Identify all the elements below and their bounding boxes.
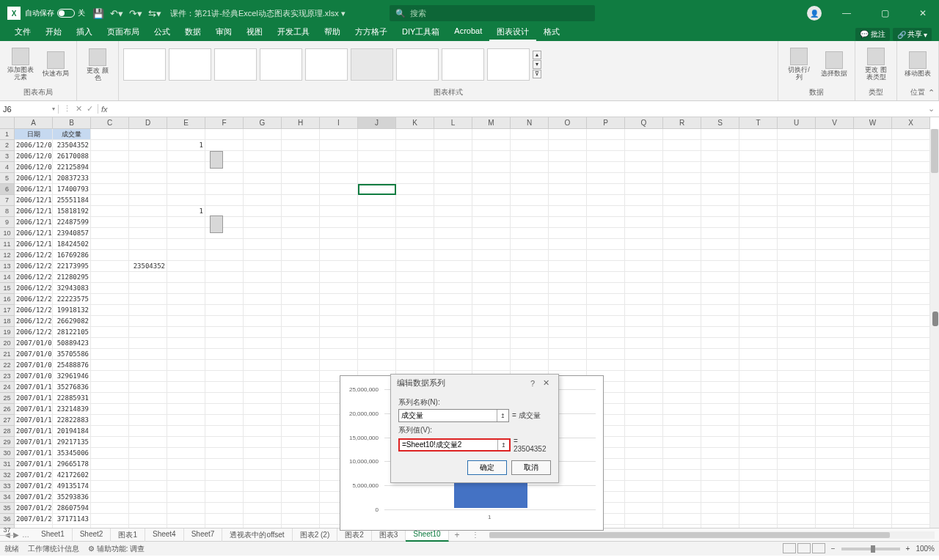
cell[interactable] xyxy=(396,217,434,228)
cell[interactable] xyxy=(739,140,778,151)
cell[interactable] xyxy=(282,162,320,173)
cell[interactable] xyxy=(587,184,625,195)
cell[interactable] xyxy=(129,327,167,338)
cell[interactable] xyxy=(320,151,358,162)
cell[interactable] xyxy=(320,162,358,173)
cell[interactable] xyxy=(625,228,663,239)
cell[interactable] xyxy=(205,173,244,184)
cell[interactable]: 22173995 xyxy=(53,261,91,272)
move-chart-button[interactable]: 移动图表 xyxy=(902,50,934,79)
cell[interactable] xyxy=(549,206,587,217)
cell[interactable] xyxy=(282,338,320,349)
cell[interactable] xyxy=(625,393,663,404)
cell[interactable] xyxy=(816,415,854,426)
cell[interactable]: 29665178 xyxy=(53,459,91,470)
cell[interactable] xyxy=(778,239,816,250)
cell[interactable] xyxy=(701,151,739,162)
cell[interactable] xyxy=(854,481,892,492)
cell[interactable] xyxy=(549,151,587,162)
cell[interactable] xyxy=(129,437,167,448)
cell[interactable] xyxy=(129,371,167,382)
cell[interactable] xyxy=(511,184,549,195)
cell[interactable] xyxy=(892,360,930,371)
cell[interactable] xyxy=(511,327,549,338)
cell[interactable] xyxy=(91,129,129,140)
cell[interactable] xyxy=(854,503,892,514)
cell[interactable] xyxy=(701,382,739,393)
cell[interactable] xyxy=(91,184,129,195)
cell[interactable] xyxy=(129,228,167,239)
cell[interactable] xyxy=(244,459,282,470)
cell[interactable] xyxy=(244,492,282,503)
cell[interactable] xyxy=(129,514,167,525)
cell[interactable] xyxy=(739,239,778,250)
cell[interactable] xyxy=(282,173,320,184)
sheet-tab[interactable]: 透视表中的offset xyxy=(222,528,292,542)
cell[interactable] xyxy=(358,239,396,250)
cell[interactable] xyxy=(129,173,167,184)
cell[interactable] xyxy=(663,360,701,371)
cell[interactable] xyxy=(701,481,739,492)
cell[interactable] xyxy=(244,261,282,272)
cell[interactable] xyxy=(396,338,434,349)
cell[interactable] xyxy=(205,514,244,525)
cell[interactable] xyxy=(739,503,778,514)
range-picker-icon[interactable]: ↥ xyxy=(497,440,509,450)
cell[interactable] xyxy=(701,239,739,250)
chart-styles-gallery[interactable] xyxy=(123,48,530,81)
cell[interactable] xyxy=(205,305,244,316)
cell[interactable] xyxy=(854,195,892,206)
cell[interactable]: 2007/01/22 xyxy=(15,470,53,481)
cell[interactable] xyxy=(701,129,739,140)
cell[interactable] xyxy=(739,294,778,305)
cell[interactable] xyxy=(511,217,549,228)
range-picker-icon[interactable]: ↥ xyxy=(497,410,508,421)
cell[interactable] xyxy=(91,437,129,448)
cell[interactable] xyxy=(282,448,320,459)
cell[interactable] xyxy=(282,382,320,393)
cell[interactable] xyxy=(739,173,778,184)
row-header[interactable]: 26 xyxy=(0,404,14,415)
cell[interactable] xyxy=(816,206,854,217)
cell[interactable] xyxy=(816,382,854,393)
cell[interactable] xyxy=(129,283,167,294)
menu-tab-数据[interactable]: 数据 xyxy=(178,24,208,41)
cell[interactable] xyxy=(282,250,320,261)
cell[interactable] xyxy=(129,217,167,228)
cell[interactable] xyxy=(778,338,816,349)
cell[interactable] xyxy=(816,492,854,503)
cell[interactable] xyxy=(91,140,129,151)
cell[interactable] xyxy=(320,360,358,371)
cell[interactable] xyxy=(511,228,549,239)
cell[interactable] xyxy=(663,173,701,184)
cell[interactable] xyxy=(244,294,282,305)
cell[interactable] xyxy=(549,250,587,261)
cell[interactable]: 2007/01/25 xyxy=(15,503,53,514)
cell[interactable] xyxy=(358,360,396,371)
cell[interactable] xyxy=(549,184,587,195)
sheet-tab[interactable]: 图表1 xyxy=(111,528,145,542)
cell[interactable] xyxy=(167,349,205,360)
cell[interactable] xyxy=(358,283,396,294)
cell[interactable] xyxy=(434,129,472,140)
cell[interactable] xyxy=(549,129,587,140)
cell[interactable] xyxy=(282,228,320,239)
cell[interactable] xyxy=(625,481,663,492)
cell[interactable] xyxy=(701,327,739,338)
cell[interactable] xyxy=(701,492,739,503)
cell[interactable] xyxy=(434,360,472,371)
cell[interactable] xyxy=(434,140,472,151)
cell[interactable] xyxy=(816,305,854,316)
cell[interactable] xyxy=(625,272,663,283)
cell[interactable] xyxy=(892,338,930,349)
cell[interactable] xyxy=(739,481,778,492)
row-header[interactable]: 12 xyxy=(0,250,14,261)
cell[interactable] xyxy=(320,173,358,184)
cell[interactable] xyxy=(205,382,244,393)
cell[interactable] xyxy=(91,426,129,437)
cell[interactable] xyxy=(205,316,244,327)
cell[interactable] xyxy=(167,184,205,195)
cell[interactable] xyxy=(472,338,511,349)
cell[interactable] xyxy=(701,448,739,459)
cell[interactable] xyxy=(167,404,205,415)
